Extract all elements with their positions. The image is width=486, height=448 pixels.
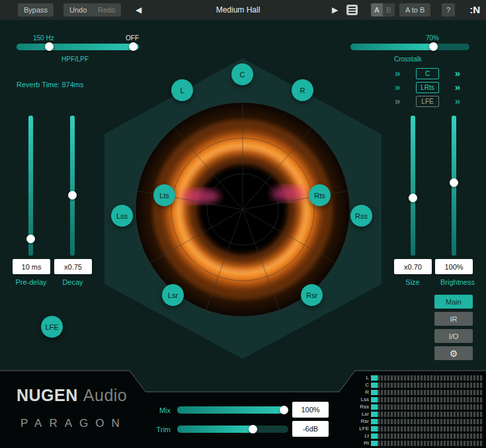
lpf-value: OFF xyxy=(126,34,139,42)
meter-row: Lss xyxy=(356,396,483,403)
tab-main[interactable]: Main xyxy=(434,295,473,309)
meter-label: Rsr xyxy=(356,418,371,424)
crosstalk-handle[interactable] xyxy=(429,42,438,51)
routing-out-icon[interactable]: » xyxy=(455,96,460,106)
channel-node-lsr[interactable]: Lsr xyxy=(162,284,184,306)
size-handle[interactable] xyxy=(409,194,417,202)
meter-bar xyxy=(371,390,483,395)
brand-logo: NUGENAudio xyxy=(17,386,127,405)
trim-slider[interactable] xyxy=(177,426,288,433)
routing-in-icon[interactable]: » xyxy=(395,96,400,106)
meter-row: R xyxy=(356,389,483,396)
meter-row: Rt xyxy=(356,439,483,447)
meter-bar xyxy=(371,426,483,431)
brightness-handle[interactable] xyxy=(450,178,458,187)
nugen-logo: :N xyxy=(469,4,480,15)
hpf-value: 150 Hz xyxy=(33,34,54,42)
meter-row: Rsr xyxy=(356,418,483,425)
reverb-time-readout: Reverb Time: 874ms xyxy=(17,81,83,89)
output-meters: L C R Lss Rss Lsr Rsr LFE Lt Rt xyxy=(356,374,483,447)
tab-ir[interactable]: IR xyxy=(434,312,473,326)
pink-energy-left xyxy=(181,189,220,204)
channel-node-c[interactable]: C xyxy=(231,63,253,85)
ab-compare-toggle[interactable]: A B xyxy=(371,3,395,17)
meter-label: L xyxy=(356,375,371,381)
routing-row-lrts: » LRts » xyxy=(395,81,460,93)
mix-slider[interactable] xyxy=(177,406,288,414)
meter-bar xyxy=(371,397,483,402)
routing-row-c: » C » xyxy=(395,67,460,79)
product-name: PARAGON xyxy=(20,417,127,430)
routing-bus-lfe-button[interactable]: LFE xyxy=(416,96,439,107)
decay-handle[interactable] xyxy=(68,191,77,200)
pre-delay-handle[interactable] xyxy=(26,235,35,243)
brightness-value[interactable]: 100% xyxy=(435,259,473,274)
meter-row: C xyxy=(356,381,483,389)
meter-label: Rss xyxy=(356,404,371,410)
size-value[interactable]: x0.70 xyxy=(394,259,432,274)
channel-node-l[interactable]: L xyxy=(171,79,193,101)
routing-in-icon[interactable]: » xyxy=(395,68,400,79)
meter-row: Rss xyxy=(356,403,483,410)
routing-in-icon[interactable]: » xyxy=(395,82,400,93)
routing-bus-lrts-button[interactable]: LRts xyxy=(416,82,439,93)
routing-out-icon[interactable]: » xyxy=(455,68,460,79)
pre-delay-label: Pre-delay xyxy=(9,278,54,286)
meter-bar xyxy=(371,383,483,388)
meter-row: Lsr xyxy=(356,410,483,418)
crosstalk-value: 70% xyxy=(426,34,439,42)
channel-node-lfe[interactable]: LFE xyxy=(41,316,63,338)
a-to-b-button[interactable]: A to B xyxy=(399,3,430,17)
meter-label: Lsr xyxy=(356,411,371,417)
meter-label: Rt xyxy=(356,440,371,446)
ab-b-label[interactable]: B xyxy=(383,3,395,17)
decay-value[interactable]: x0.75 xyxy=(54,259,92,274)
routing-out-icon[interactable]: » xyxy=(455,82,460,93)
trim-label: Trim xyxy=(139,426,171,433)
trim-handle[interactable] xyxy=(249,425,257,433)
pre-delay-value[interactable]: 10 ms xyxy=(13,259,50,274)
meter-label: R xyxy=(356,389,371,395)
hpf-lpf-label: HPF/LPF xyxy=(61,56,89,63)
meter-label: Lss xyxy=(356,396,371,402)
tab-io[interactable]: I/O xyxy=(434,329,473,343)
meter-bar xyxy=(371,404,483,410)
footer: NUGENAudio PARAGON Mix 100% Trim -6dB L … xyxy=(0,370,486,448)
mix-value[interactable]: 100% xyxy=(292,402,329,418)
channel-node-rsr[interactable]: Rsr xyxy=(301,284,323,306)
meter-row: LFE xyxy=(356,425,483,432)
channel-node-rts[interactable]: Rts xyxy=(309,184,331,206)
ab-a-label[interactable]: A xyxy=(371,3,383,17)
settings-gear-icon[interactable]: ⚙ xyxy=(434,346,473,360)
routing-bus-c-button[interactable]: C xyxy=(416,68,439,79)
channel-node-lts[interactable]: Lts xyxy=(153,184,175,206)
channel-node-r[interactable]: R xyxy=(292,79,313,101)
lpf-handle[interactable] xyxy=(129,42,138,51)
meter-bar xyxy=(371,433,483,439)
crosstalk-label: Crosstalk xyxy=(394,56,422,63)
size-label: Size xyxy=(390,278,435,286)
preset-list-icon[interactable] xyxy=(346,5,358,15)
brightness-label: Brightness xyxy=(432,278,483,286)
decay-label: Decay xyxy=(50,278,95,286)
brand-name-light: Audio xyxy=(83,386,127,404)
routing-row-lfe: » LFE » xyxy=(395,95,460,107)
meter-label: Lt xyxy=(356,433,371,439)
channel-node-rss[interactable]: Rss xyxy=(350,205,372,227)
meter-bar xyxy=(371,419,483,424)
trim-value[interactable]: -6dB xyxy=(292,421,329,437)
mix-handle[interactable] xyxy=(280,406,288,414)
meter-bar xyxy=(371,441,483,446)
next-preset-icon[interactable]: ▶ xyxy=(332,5,338,15)
meter-row: Lt xyxy=(356,432,483,439)
meter-label: C xyxy=(356,382,371,388)
paragon-plugin-window: Bypass Undo Redo ◀ Medium Hall ▶ A B A t… xyxy=(0,0,486,448)
mix-label: Mix xyxy=(139,406,171,414)
help-button[interactable]: ? xyxy=(442,3,455,17)
hpf-handle[interactable] xyxy=(45,42,54,51)
brand-name-bold: NUGEN xyxy=(17,386,78,404)
meter-bar xyxy=(371,375,483,381)
meter-row: L xyxy=(356,374,483,381)
channel-node-lss[interactable]: Lss xyxy=(111,205,133,227)
meter-label: LFE xyxy=(356,426,371,431)
